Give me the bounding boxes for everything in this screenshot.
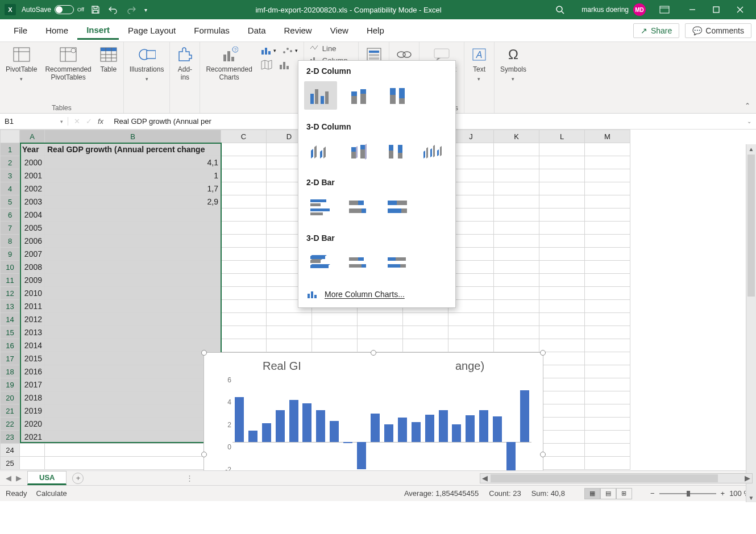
stacked-bar-2d[interactable] xyxy=(343,193,376,221)
cell-K5[interactable] xyxy=(494,195,539,208)
cell-A5[interactable]: 2003 xyxy=(20,195,45,208)
col-header-M[interactable]: M xyxy=(585,130,630,143)
row-header-1[interactable]: 1 xyxy=(1,143,20,156)
cell-A21[interactable]: 2019 xyxy=(20,404,45,418)
minimize-button[interactable] xyxy=(681,2,704,18)
cell-A22[interactable]: 2020 xyxy=(20,418,45,431)
cell-L18[interactable] xyxy=(539,365,585,378)
addins-button[interactable]: Add- ins xyxy=(176,45,194,82)
undo-icon[interactable] xyxy=(108,5,118,14)
cell-K9[interactable] xyxy=(494,248,539,261)
row-header-20[interactable]: 20 xyxy=(1,391,20,404)
cell-J16[interactable] xyxy=(448,339,494,352)
tab-home[interactable]: Home xyxy=(36,22,77,39)
cell-L7[interactable] xyxy=(539,222,585,235)
cell-M18[interactable] xyxy=(585,365,630,378)
row-header-24[interactable]: 24 xyxy=(1,444,20,457)
cell-L17[interactable] xyxy=(539,352,585,365)
cell-L21[interactable] xyxy=(539,404,585,418)
zoom-in-button[interactable]: + xyxy=(721,489,725,498)
cell-I15[interactable] xyxy=(403,326,448,339)
cell-K1[interactable] xyxy=(494,143,539,156)
cell-J14[interactable] xyxy=(448,313,494,326)
cell-I16[interactable] xyxy=(403,339,448,352)
cell-A19[interactable]: 2017 xyxy=(20,378,45,391)
row-header-18[interactable]: 18 xyxy=(1,365,20,378)
expand-formula-bar-icon[interactable]: ⌄ xyxy=(742,118,756,124)
tab-insert[interactable]: Insert xyxy=(77,22,119,40)
row-header-12[interactable]: 12 xyxy=(1,287,20,300)
toggle-icon[interactable] xyxy=(55,5,74,14)
cell-B5[interactable]: 2,9 xyxy=(45,195,221,208)
row-header-8[interactable]: 8 xyxy=(1,235,20,248)
comments-button[interactable]: 💬Comments xyxy=(685,23,751,38)
cell-L12[interactable] xyxy=(539,287,585,300)
fx-icon[interactable]: fx xyxy=(98,117,103,126)
cell-C8[interactable] xyxy=(221,235,267,248)
pivotchart-button[interactable] xyxy=(279,59,291,70)
zoom-slider[interactable] xyxy=(659,493,716,494)
cell-L4[interactable] xyxy=(539,182,585,195)
cell-L3[interactable] xyxy=(539,169,585,182)
stacked-column-3d[interactable] xyxy=(342,137,375,165)
cell-B24[interactable] xyxy=(45,444,221,457)
cell-H14[interactable] xyxy=(358,313,403,326)
cell-M4[interactable] xyxy=(585,182,630,195)
cell-L23[interactable] xyxy=(539,431,585,444)
cell-L15[interactable] xyxy=(539,326,585,339)
clustered-bar-3d[interactable] xyxy=(304,248,337,277)
cell-M12[interactable] xyxy=(585,287,630,300)
scroll-up-icon[interactable]: ▲ xyxy=(746,144,756,153)
column-3d[interactable] xyxy=(418,137,450,165)
redo-icon[interactable] xyxy=(126,5,136,14)
cell-A14[interactable]: 2012 xyxy=(20,313,45,326)
cell-A7[interactable]: 2005 xyxy=(20,222,45,235)
cell-L22[interactable] xyxy=(539,418,585,431)
share-button[interactable]: ↗Share xyxy=(633,23,679,38)
tab-review[interactable]: Review xyxy=(275,22,321,39)
cell-A2[interactable]: 2000 xyxy=(20,156,45,169)
cell-A10[interactable]: 2008 xyxy=(20,261,45,274)
cell-H16[interactable] xyxy=(358,339,403,352)
cell-L19[interactable] xyxy=(539,378,585,391)
cell-C3[interactable] xyxy=(221,169,267,182)
cell-A24[interactable] xyxy=(20,444,45,457)
row-header-14[interactable]: 14 xyxy=(1,313,20,326)
cell-D15[interactable] xyxy=(267,326,312,339)
tab-formulas[interactable]: Formulas xyxy=(185,22,239,39)
cell-M16[interactable] xyxy=(585,339,630,352)
tab-data[interactable]: Data xyxy=(239,22,275,39)
cell-B20[interactable] xyxy=(45,391,221,404)
cell-M8[interactable] xyxy=(585,235,630,248)
chart-plot-area[interactable]: 6420-2-4-6-8 123456789101112131415161718… xyxy=(232,376,531,470)
tab-scroll-splitter[interactable]: ⋮ xyxy=(186,474,193,482)
cell-L1[interactable] xyxy=(539,143,585,156)
col-header-C[interactable]: C xyxy=(221,130,267,143)
cell-A8[interactable]: 2006 xyxy=(20,235,45,248)
cell-B6[interactable] xyxy=(45,208,221,222)
cell-C14[interactable] xyxy=(221,313,267,326)
clustered-bar-2d[interactable] xyxy=(304,193,337,221)
sheet-tab-usa[interactable]: USA xyxy=(27,471,67,485)
cell-16[interactable] xyxy=(312,339,358,352)
cell-C13[interactable] xyxy=(221,300,267,313)
cell-A6[interactable]: 2004 xyxy=(20,208,45,222)
ribbon-display-options[interactable] xyxy=(659,6,670,14)
cell-K3[interactable] xyxy=(494,169,539,182)
cell-B8[interactable] xyxy=(45,235,221,248)
cell-M20[interactable] xyxy=(585,391,630,404)
cell-L10[interactable] xyxy=(539,261,585,274)
100-stacked-bar-2d[interactable] xyxy=(381,193,414,221)
cell-A17[interactable]: 2015 xyxy=(20,352,45,365)
cell-M7[interactable] xyxy=(585,222,630,235)
col-header-L[interactable]: L xyxy=(539,130,585,143)
tab-file[interactable]: File xyxy=(5,22,36,39)
scroll-thumb[interactable] xyxy=(747,155,755,297)
cell-B13[interactable] xyxy=(45,300,221,313)
cell-C9[interactable] xyxy=(221,248,267,261)
cell-M17[interactable] xyxy=(585,352,630,365)
cell-A15[interactable]: 2013 xyxy=(20,326,45,339)
tab-view[interactable]: View xyxy=(321,22,358,39)
cell-D16[interactable] xyxy=(267,339,312,352)
cell-K16[interactable] xyxy=(494,339,539,352)
